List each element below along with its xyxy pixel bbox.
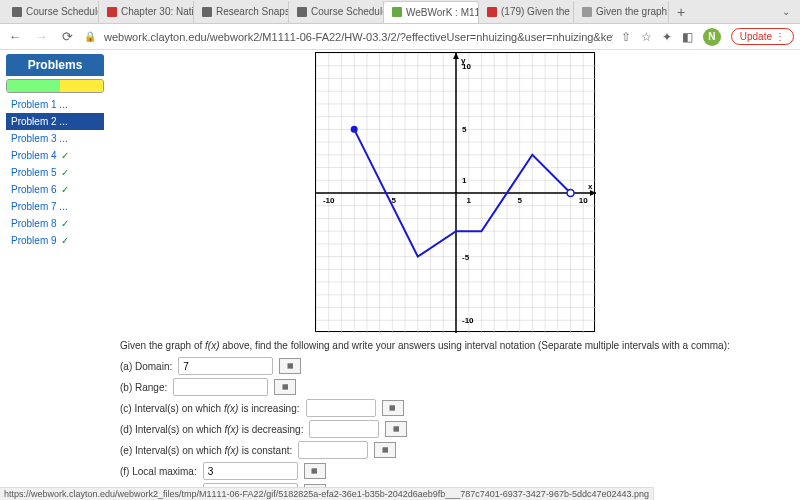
graph-plot: -10-51510-10-51510xy xyxy=(315,52,595,332)
svg-point-62 xyxy=(351,126,358,133)
url-bar: ← → ⟳ 🔒 webwork.clayton.edu/webwork2/M11… xyxy=(0,24,800,50)
status-bar: https://webwork.clayton.edu/webwork2_fil… xyxy=(0,487,654,488)
forward-button[interactable]: → xyxy=(32,29,50,44)
svg-text:1: 1 xyxy=(462,176,467,185)
svg-text:10: 10 xyxy=(579,196,588,205)
sidebar-item-problem-9[interactable]: Problem 9 ✓ xyxy=(6,232,104,249)
input-maxima[interactable] xyxy=(203,462,298,480)
stop-icon[interactable]: ◧ xyxy=(682,30,693,44)
browser-tab-bar: Course Schedule - E× Chapter 30: Nationa… xyxy=(0,0,800,24)
input-domain[interactable] xyxy=(178,357,273,375)
sidebar-item-problem-4[interactable]: Problem 4 ✓ xyxy=(6,147,104,164)
keypad-icon[interactable]: ▦ xyxy=(304,463,326,479)
content-area: -10-51510-10-51510xy Given the graph of … xyxy=(110,50,800,488)
keypad-icon[interactable]: ▦ xyxy=(385,421,407,437)
share-icon[interactable]: ⇧ xyxy=(621,30,631,44)
svg-text:y: y xyxy=(461,56,466,65)
new-tab-button[interactable]: + xyxy=(669,4,693,20)
keypad-icon[interactable]: ▦ xyxy=(374,442,396,458)
progress-bar xyxy=(6,79,104,93)
progress-done xyxy=(7,80,60,92)
sidebar-item-problem-1[interactable]: Problem 1 ... xyxy=(6,96,104,113)
label-domain: (a) Domain: xyxy=(120,361,172,372)
menu-icon: ⋮ xyxy=(775,31,785,42)
avatar[interactable]: N xyxy=(703,28,721,46)
svg-point-63 xyxy=(567,190,574,197)
label-decreasing: (d) Interval(s) on which f(x) is decreas… xyxy=(120,424,303,435)
tab-webwork[interactable]: WeBWorK : M1111-06× xyxy=(384,1,479,23)
reload-button[interactable]: ⟳ xyxy=(58,29,76,44)
input-decreasing[interactable] xyxy=(309,420,379,438)
label-increasing: (c) Interval(s) on which f(x) is increas… xyxy=(120,403,300,414)
star-icon[interactable]: ☆ xyxy=(641,30,652,44)
tab-given-graph[interactable]: Given the graph of y× xyxy=(574,1,669,23)
sidebar-item-problem-6[interactable]: Problem 6 ✓ xyxy=(6,181,104,198)
svg-text:-10: -10 xyxy=(323,196,335,205)
question-prompt: Given the graph of f(x) above, find the … xyxy=(120,340,790,351)
tab-research[interactable]: Research Snapshot:× xyxy=(194,1,289,23)
svg-text:1: 1 xyxy=(467,196,472,205)
progress-pending xyxy=(60,80,103,92)
url-text[interactable]: webwork.clayton.edu/webwork2/M1111-06-FA… xyxy=(104,31,613,43)
label-constant: (e) Interval(s) on which f(x) is constan… xyxy=(120,445,292,456)
tab-chapter30[interactable]: Chapter 30: National× xyxy=(99,1,194,23)
svg-text:-5: -5 xyxy=(462,253,470,262)
svg-marker-49 xyxy=(453,53,459,59)
sidebar-item-problem-2[interactable]: Problem 2 ... xyxy=(6,113,104,130)
lock-icon[interactable]: 🔒 xyxy=(84,31,96,42)
input-range[interactable] xyxy=(173,378,268,396)
sidebar-item-problem-5[interactable]: Problem 5 ✓ xyxy=(6,164,104,181)
sidebar-item-problem-3[interactable]: Problem 3 ... xyxy=(6,130,104,147)
tab-179[interactable]: (179) Given the grap× xyxy=(479,1,574,23)
update-button[interactable]: Update ⋮ xyxy=(731,28,794,45)
tab-course-1[interactable]: Course Schedule - E× xyxy=(4,1,99,23)
sidebar-item-problem-8[interactable]: Problem 8 ✓ xyxy=(6,215,104,232)
label-range: (b) Range: xyxy=(120,382,167,393)
svg-text:-10: -10 xyxy=(462,316,474,325)
problems-header: Problems xyxy=(6,54,104,76)
sidebar-item-problem-7[interactable]: Problem 7 ... xyxy=(6,198,104,215)
input-increasing[interactable] xyxy=(306,399,376,417)
extensions-icon[interactable]: ✦ xyxy=(662,30,672,44)
back-button[interactable]: ← xyxy=(6,29,24,44)
keypad-icon[interactable]: ▦ xyxy=(279,358,301,374)
input-constant[interactable] xyxy=(298,441,368,459)
label-maxima: (f) Local maxima: xyxy=(120,466,197,477)
svg-text:x: x xyxy=(588,182,593,191)
sidebar: Problems Problem 1 ...Problem 2 ...Probl… xyxy=(0,50,110,488)
svg-text:5: 5 xyxy=(517,196,522,205)
keypad-icon[interactable]: ▦ xyxy=(274,379,296,395)
tab-overflow-icon[interactable]: ⌄ xyxy=(776,6,796,17)
tab-course-2[interactable]: Course Schedule - P× xyxy=(289,1,384,23)
svg-text:5: 5 xyxy=(462,125,467,134)
keypad-icon[interactable]: ▦ xyxy=(382,400,404,416)
